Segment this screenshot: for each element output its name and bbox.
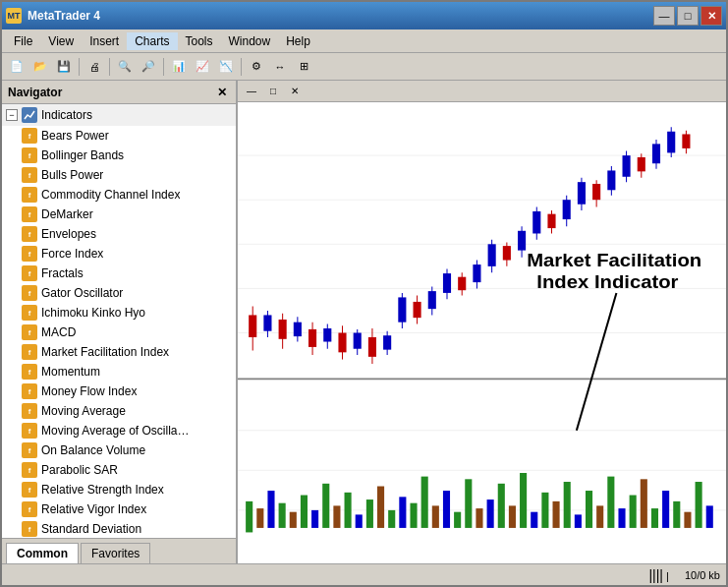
svg-rect-81: [322, 484, 329, 528]
menu-tools[interactable]: Tools: [178, 32, 221, 50]
tree-item[interactable]: f Bulls Power: [2, 165, 236, 185]
main-toolbar: 📄 📂 💾 🖨 🔍 🔎 📊 📈 📉 ⚙ ↔ ⊞: [2, 53, 726, 81]
svg-rect-99: [520, 473, 527, 528]
toolbar-chart-bar[interactable]: 📊: [168, 56, 190, 78]
tree-item[interactable]: f On Balance Volume: [2, 440, 236, 460]
tree-item[interactable]: f Parabolic SAR: [2, 460, 236, 480]
svg-rect-38: [458, 277, 466, 291]
tree-item[interactable]: f Market Facilitation Index: [2, 342, 236, 362]
item-label: Fractals: [41, 266, 84, 280]
subwindow-minimize[interactable]: —: [242, 83, 261, 100]
tree-item[interactable]: f Force Index: [2, 244, 236, 264]
tree-item[interactable]: f Standard Deviation: [2, 519, 236, 538]
item-icon: f: [22, 482, 37, 498]
svg-rect-88: [399, 497, 406, 528]
svg-rect-111: [651, 508, 658, 528]
svg-rect-36: [443, 273, 451, 293]
tree-item[interactable]: f Commodity Channel Index: [2, 185, 236, 205]
navigator-close-btn[interactable]: ✕: [214, 85, 230, 100]
expand-indicators[interactable]: −: [6, 109, 18, 121]
item-label: Envelopes: [41, 227, 96, 241]
toolbar-save[interactable]: 💾: [53, 56, 75, 78]
svg-rect-30: [398, 297, 406, 322]
navigator-tree[interactable]: − Indicators f Bears Power f: [2, 104, 236, 538]
maximize-button[interactable]: □: [677, 6, 699, 26]
tree-item[interactable]: f DeMarker: [2, 205, 236, 224]
subwindow-close[interactable]: ✕: [285, 83, 305, 100]
tree-item[interactable]: f Envelopes: [2, 224, 236, 244]
tab-common[interactable]: Common: [6, 543, 79, 563]
svg-rect-84: [356, 514, 363, 528]
menu-charts[interactable]: Charts: [127, 32, 177, 50]
indicators-header[interactable]: − Indicators: [2, 104, 236, 126]
tree-item[interactable]: f Relative Strength Index: [2, 480, 236, 499]
tab-common-label: Common: [17, 547, 68, 560]
item-label: Money Flow Index: [41, 384, 137, 398]
menu-file[interactable]: File: [6, 32, 40, 50]
main-window: MT MetaTrader 4 — □ ✕ File View Insert C…: [0, 0, 728, 587]
menu-window[interactable]: Window: [221, 32, 279, 50]
item-icon: f: [22, 442, 37, 458]
tree-item[interactable]: f Relative Vigor Index: [2, 499, 236, 519]
tree-item[interactable]: f Moving Average: [2, 401, 236, 421]
svg-rect-32: [414, 302, 421, 318]
item-icon: f: [22, 167, 37, 183]
tree-item[interactable]: f MACD: [2, 323, 236, 342]
svg-rect-20: [323, 328, 331, 342]
menu-insert[interactable]: Insert: [82, 32, 127, 50]
connection-text: |: [666, 570, 669, 582]
toolbar-new[interactable]: 📄: [6, 56, 28, 78]
svg-rect-79: [301, 496, 308, 528]
item-icon: f: [22, 265, 37, 281]
svg-rect-90: [421, 477, 428, 528]
tree-item[interactable]: f Fractals: [2, 264, 236, 283]
connection-icon: ||||: [648, 567, 663, 583]
item-label: Parabolic SAR: [41, 463, 118, 477]
item-icon: f: [22, 187, 37, 203]
svg-rect-116: [706, 505, 713, 528]
svg-rect-40: [473, 264, 480, 282]
tree-item[interactable]: f Bollinger Bands: [2, 146, 236, 165]
tree-item[interactable]: f Money Flow Index: [2, 382, 236, 401]
toolbar-print[interactable]: 🖨: [84, 56, 105, 78]
svg-rect-107: [607, 477, 614, 528]
svg-rect-76: [267, 491, 274, 528]
item-label: Bears Power: [41, 129, 109, 143]
menu-view[interactable]: View: [40, 32, 82, 50]
toolbar-zoom-in[interactable]: 🔍: [114, 56, 136, 78]
svg-rect-83: [345, 493, 352, 528]
chart-canvas[interactable]: Market Facilitation Index Indicator: [238, 102, 726, 563]
svg-rect-77: [279, 503, 286, 528]
tree-item[interactable]: f Ichimoku Kinko Hyo: [2, 303, 236, 323]
item-icon: f: [22, 128, 37, 144]
minimize-button[interactable]: —: [653, 6, 675, 26]
tree-item[interactable]: f Bears Power: [2, 126, 236, 146]
svg-rect-110: [641, 479, 647, 528]
close-button[interactable]: ✕: [700, 6, 722, 26]
svg-rect-108: [618, 508, 625, 528]
toolbar-properties[interactable]: ⚙: [246, 56, 267, 78]
svg-rect-46: [518, 231, 526, 251]
item-label: Momentum: [41, 365, 100, 379]
toolbar-zoom-out[interactable]: 🔎: [138, 56, 159, 78]
menu-help[interactable]: Help: [278, 32, 318, 50]
svg-rect-12: [263, 315, 271, 330]
toolbar-period-sep[interactable]: ⊞: [293, 56, 314, 78]
item-icon: f: [22, 147, 37, 163]
svg-rect-48: [532, 211, 540, 234]
toolbar-chart-candle[interactable]: 📈: [192, 56, 213, 78]
tab-favorites[interactable]: Favorites: [81, 543, 150, 563]
item-label: Commodity Channel Index: [41, 188, 180, 202]
tree-item[interactable]: f Gator Oscillator: [2, 283, 236, 303]
toolbar-open[interactable]: 📂: [29, 56, 51, 78]
toolbar-chart-line[interactable]: 📉: [215, 56, 237, 78]
svg-rect-95: [476, 508, 482, 528]
tree-item[interactable]: f Moving Average of Oscilla…: [2, 421, 236, 440]
toolbar-autoscroll[interactable]: ↔: [269, 56, 291, 78]
tree-item[interactable]: f Momentum: [2, 362, 236, 382]
svg-rect-75: [256, 508, 263, 528]
subwindow-restore[interactable]: □: [263, 83, 283, 100]
navigator-panel: Navigator ✕ − Indicators: [2, 81, 238, 563]
item-label: Bollinger Bands: [41, 148, 124, 162]
item-label: Ichimoku Kinko Hyo: [41, 306, 145, 320]
